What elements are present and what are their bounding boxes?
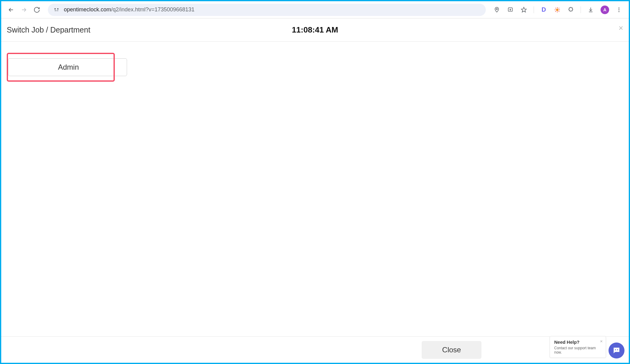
location-pin-icon[interactable] [493, 6, 501, 14]
install-app-icon[interactable] [507, 6, 514, 14]
downloads-icon[interactable] [587, 6, 594, 14]
toolbar-right-icons: D A [490, 6, 626, 14]
modal-header: Switch Job / Department 11:08:41 AM × [1, 18, 629, 42]
close-icon[interactable]: × [619, 24, 623, 32]
back-icon[interactable] [7, 6, 15, 14]
menu-dots-icon[interactable] [615, 6, 623, 14]
modal-title: Switch Job / Department [7, 25, 90, 34]
site-settings-icon[interactable] [53, 7, 60, 13]
profile-avatar[interactable]: A [601, 6, 609, 14]
close-button-label: Close [442, 346, 461, 354]
address-bar[interactable]: opentimeclock.com/q2/index.html?v=173500… [48, 4, 486, 16]
toolbar-divider [534, 6, 534, 13]
svg-line-11 [559, 11, 559, 12]
svg-point-17 [615, 349, 616, 350]
svg-point-14 [618, 7, 619, 8]
svg-point-0 [55, 8, 56, 9]
admin-button-label: Admin [58, 63, 79, 72]
svg-point-2 [496, 8, 497, 10]
svg-line-13 [559, 8, 559, 8]
svg-line-12 [555, 11, 556, 12]
toolbar-divider-2 [581, 6, 581, 13]
svg-line-10 [555, 8, 556, 8]
svg-point-15 [618, 9, 619, 10]
extensions-puzzle-icon[interactable] [567, 6, 574, 14]
modal-footer: Close [1, 336, 629, 363]
modal-body: Admin [1, 42, 629, 66]
browser-toolbar: opentimeclock.com/q2/index.html?v=173500… [1, 1, 629, 18]
close-button[interactable]: Close [422, 341, 481, 359]
admin-job-button[interactable]: Admin [8, 58, 127, 76]
svg-point-18 [617, 349, 618, 350]
svg-point-1 [57, 8, 58, 9]
help-popup: × Need Help? Contact our support team no… [550, 336, 606, 358]
clock-time: 11:08:41 AM [292, 25, 338, 35]
forward-icon[interactable] [20, 6, 28, 14]
help-text: Contact our support team now. [554, 346, 601, 354]
help-close-icon[interactable]: × [600, 339, 603, 343]
bookmark-star-icon[interactable] [520, 6, 528, 14]
help-title: Need Help? [554, 339, 601, 345]
page-content: Switch Job / Department 11:08:41 AM × Ad… [1, 18, 629, 363]
svg-point-5 [556, 8, 558, 11]
reload-icon[interactable] [33, 6, 41, 14]
extension-d-icon[interactable]: D [540, 6, 547, 14]
nav-buttons [4, 6, 44, 14]
svg-point-16 [618, 11, 619, 12]
svg-marker-4 [521, 7, 527, 12]
url-text: opentimeclock.com/q2/index.html?v=173500… [64, 6, 195, 13]
chat-widget-button[interactable] [609, 343, 624, 358]
extension-weather-icon[interactable] [554, 6, 561, 14]
